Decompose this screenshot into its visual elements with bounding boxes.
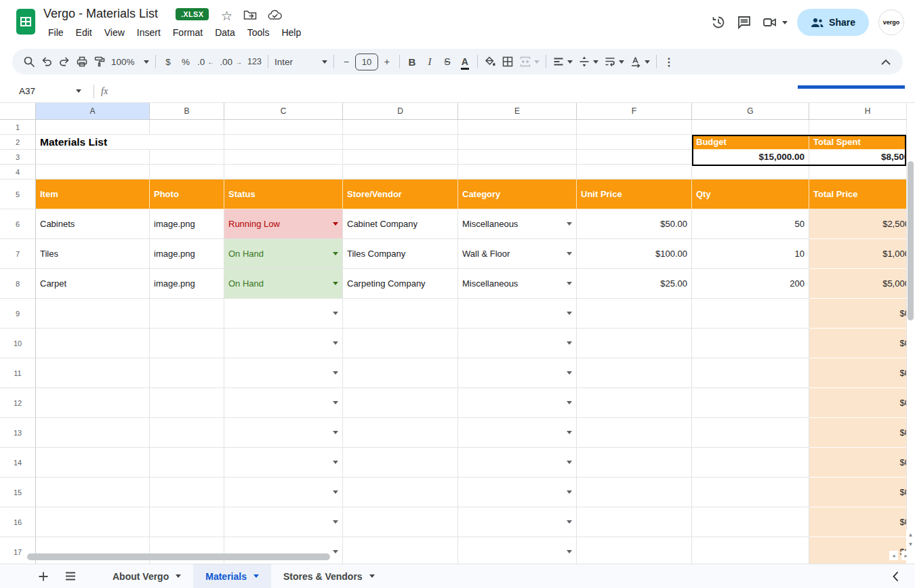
more-formats-button[interactable]: 123 xyxy=(245,52,264,71)
row-header-2[interactable]: 2 xyxy=(0,135,36,150)
cell-total-16[interactable]: $0.00 xyxy=(809,507,906,537)
budget-header-cell[interactable]: Budget xyxy=(692,135,809,150)
row-header-6[interactable]: 6 xyxy=(0,209,36,239)
cell-F17[interactable] xyxy=(577,537,692,564)
cell-total-8[interactable]: $5,000.00 xyxy=(809,269,906,299)
cell-D4[interactable] xyxy=(343,165,458,180)
dropdown-icon[interactable] xyxy=(567,520,572,524)
cell-A4[interactable] xyxy=(36,165,150,180)
cell-item-7[interactable]: Tiles xyxy=(36,239,150,269)
horizontal-scrollbar-thumb[interactable] xyxy=(27,553,330,560)
budget-value-cell[interactable]: $15,000.00 xyxy=(692,150,809,165)
borders-icon[interactable] xyxy=(499,52,516,71)
cell-B10[interactable] xyxy=(150,329,224,358)
fill-color-icon[interactable] xyxy=(481,52,499,71)
table-header-store-vendor[interactable]: Store/Vendor xyxy=(343,180,458,209)
cell-vendor-8[interactable]: Carpeting Company xyxy=(343,269,458,299)
total-spent-value-cell[interactable]: $8,500.00 xyxy=(809,150,906,165)
collapse-panel-icon[interactable] xyxy=(892,564,899,588)
decrease-decimals-button[interactable]: .0← xyxy=(195,52,217,71)
row-header-4[interactable]: 4 xyxy=(0,165,36,180)
cell-D10[interactable] xyxy=(343,329,458,358)
dropdown-icon[interactable] xyxy=(333,550,338,553)
cell-total-6[interactable]: $2,500.00 xyxy=(809,209,906,239)
column-header-A[interactable]: A xyxy=(36,103,150,120)
video-dropdown-icon[interactable] xyxy=(782,21,788,24)
add-sheet-icon[interactable] xyxy=(30,564,57,588)
row-header-5[interactable]: 5 xyxy=(0,180,36,209)
dropdown-icon[interactable] xyxy=(567,341,572,345)
cell-B4[interactable] xyxy=(150,165,224,180)
horizontal-align-icon[interactable] xyxy=(550,52,575,71)
cloud-saved-icon[interactable] xyxy=(268,9,283,23)
cell-category-6[interactable]: Miscellaneous xyxy=(458,209,577,239)
table-header-photo[interactable]: Photo xyxy=(150,180,224,209)
cell-H1[interactable] xyxy=(809,120,906,135)
cell-category-10[interactable] xyxy=(458,329,577,358)
cell-category-8[interactable]: Miscellaneous xyxy=(458,269,577,299)
all-sheets-icon[interactable] xyxy=(57,564,84,588)
cell-qty-8[interactable]: 200 xyxy=(692,269,809,299)
collapse-toolbar-icon[interactable] xyxy=(877,52,895,71)
scroll-left-icon[interactable]: ◂ xyxy=(889,551,898,560)
cell-F13[interactable] xyxy=(577,418,692,448)
star-icon[interactable]: ☆ xyxy=(221,8,232,24)
increase-decimals-button[interactable]: .00→ xyxy=(217,52,245,71)
cell-F4[interactable] xyxy=(577,165,692,180)
menu-file[interactable]: File xyxy=(42,25,70,40)
search-menus-icon[interactable] xyxy=(20,52,38,71)
select-all-corner[interactable] xyxy=(0,103,36,120)
font-size-input[interactable]: 10 xyxy=(355,54,378,70)
cell-G17[interactable] xyxy=(692,537,809,564)
cell-G1[interactable] xyxy=(692,120,809,135)
dropdown-icon[interactable] xyxy=(333,401,338,404)
dropdown-icon[interactable] xyxy=(567,252,572,255)
sheet-tab-about-vergo[interactable]: About Vergo xyxy=(100,564,193,588)
table-header-category[interactable]: Category xyxy=(458,180,577,209)
strikethrough-button[interactable]: S xyxy=(439,52,456,71)
cell-total-9[interactable]: $0.00 xyxy=(809,299,906,329)
text-rotation-icon[interactable] xyxy=(627,52,653,71)
zoom-select[interactable]: 100% xyxy=(108,52,152,71)
cell-F2[interactable] xyxy=(577,135,692,150)
row-header-9[interactable]: 9 xyxy=(0,299,36,329)
cell-category-16[interactable] xyxy=(458,507,577,537)
dropdown-icon[interactable] xyxy=(567,282,572,285)
cell-A9[interactable] xyxy=(36,299,150,329)
cell-total-10[interactable]: $0.00 xyxy=(809,329,906,358)
cell-D2[interactable] xyxy=(343,135,458,150)
cell-A13[interactable] xyxy=(36,418,150,448)
table-header-qty[interactable]: Qty xyxy=(692,180,809,209)
dropdown-icon[interactable] xyxy=(567,401,572,404)
cell-status-15[interactable] xyxy=(224,478,343,507)
cell-total-14[interactable]: $0.00 xyxy=(809,448,906,478)
menu-format[interactable]: Format xyxy=(167,25,209,40)
cell-G4[interactable] xyxy=(692,165,809,180)
sheet-title-cell[interactable]: Materials List xyxy=(36,135,150,150)
cell-C1[interactable] xyxy=(224,120,343,135)
cell-status-10[interactable] xyxy=(224,329,343,358)
column-header-D[interactable]: D xyxy=(343,103,458,120)
document-title[interactable]: Vergo - Materials List xyxy=(43,7,158,21)
cell-vendor-6[interactable]: Cabinet Company xyxy=(343,209,458,239)
dropdown-icon[interactable] xyxy=(333,490,338,494)
move-folder-icon[interactable] xyxy=(243,9,257,23)
cell-total-7[interactable]: $1,000.00 xyxy=(809,239,906,269)
cell-qty-7[interactable]: 10 xyxy=(692,239,809,269)
cell-C4[interactable] xyxy=(224,165,343,180)
menu-tools[interactable]: Tools xyxy=(241,25,276,40)
italic-button[interactable]: I xyxy=(421,52,439,71)
row-header-14[interactable]: 14 xyxy=(0,448,36,478)
print-icon[interactable] xyxy=(73,52,91,71)
dropdown-icon[interactable] xyxy=(567,222,572,226)
cell-F15[interactable] xyxy=(577,478,692,507)
cell-B12[interactable] xyxy=(150,388,224,418)
cell-D11[interactable] xyxy=(343,358,458,388)
vertical-align-icon[interactable] xyxy=(575,52,601,71)
cell-status-12[interactable] xyxy=(224,388,343,418)
more-toolbar-icon[interactable]: ⋮ xyxy=(660,52,678,71)
cell-D12[interactable] xyxy=(343,388,458,418)
row-header-16[interactable]: 16 xyxy=(0,507,36,537)
cell-photo-8[interactable]: image.png xyxy=(150,269,224,299)
cell-total-11[interactable]: $0.00 xyxy=(809,358,906,388)
